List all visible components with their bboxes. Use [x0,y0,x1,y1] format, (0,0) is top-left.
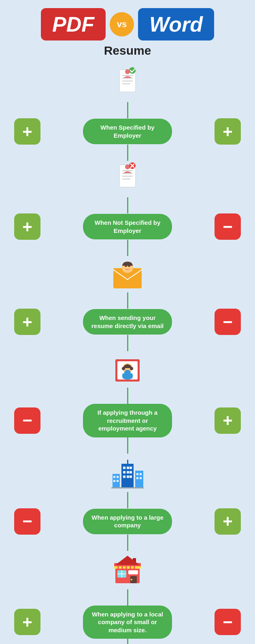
svg-rect-32 [130,467,132,469]
svg-rect-31 [127,467,129,469]
email-icon [109,256,146,292]
label-2: When Not Specified by Employer [83,214,172,239]
svg-rect-30 [123,467,125,469]
section-not-specified: + When Not Specified by Employer − [0,161,255,256]
pdf-plus-3: + [14,309,40,335]
svg-rect-37 [127,476,129,478]
svg-rect-57 [128,570,138,574]
svg-point-22 [130,367,133,370]
svg-point-23 [124,370,131,376]
svg-rect-39 [127,460,128,465]
svg-rect-33 [123,471,125,473]
agency-icon [109,351,146,388]
section-agency: − If applying through a recruitment or e… [0,351,255,454]
pdf-minus-5: − [14,508,40,535]
svg-rect-42 [140,473,142,475]
header: PDF vs Word [0,8,255,41]
svg-point-59 [131,579,132,580]
section-small-company: + When applying to a local company of sm… [0,551,255,644]
svg-rect-43 [136,477,138,479]
section-employer-specified: + When Specified by Employer + [0,66,255,161]
pdf-badge: PDF [41,8,106,41]
label-3: When sending your resume directly via em… [83,309,172,335]
svg-rect-35 [130,471,132,473]
pdf-plus-1: + [14,118,40,145]
word-plus-5: + [215,508,241,535]
svg-rect-25 [113,476,115,478]
svg-rect-44 [140,477,142,479]
pdf-plus-6: + [14,609,40,635]
label-4: If applying through a recruitment or emp… [83,404,172,437]
pdf-plus-2: + [14,213,40,240]
svg-rect-27 [113,480,115,482]
svg-rect-28 [117,480,119,482]
label-5: When applying to a large company [83,509,172,534]
svg-point-21 [122,367,125,370]
svg-rect-26 [117,476,119,478]
svg-rect-38 [130,476,132,478]
svg-rect-41 [136,473,138,475]
svg-rect-36 [123,476,125,478]
svg-rect-34 [127,471,129,473]
resume-x-icon [111,161,144,197]
word-badge: Word [138,8,214,41]
section-email: + When sending your resume directly via … [0,256,255,351]
label-6: When applying to a local company of smal… [83,606,172,639]
word-plus-4: + [215,407,241,434]
timeline: + When Specified by Employer + + [0,66,255,644]
section-large-company: − When applying to a large company + [0,454,255,551]
word-minus-2: − [215,213,241,240]
svg-rect-45 [111,487,144,488]
building-icon [109,454,146,492]
label-1: When Specified by Employer [83,119,172,144]
page-subtitle: Resume [104,44,151,58]
vs-badge: vs [110,12,134,36]
resume-check-icon [111,66,144,102]
word-plus-1: + [215,118,241,145]
word-minus-3: − [215,309,241,335]
word-minus-6: − [215,609,241,635]
shop-icon [109,551,146,589]
pdf-minus-4: − [14,407,40,434]
